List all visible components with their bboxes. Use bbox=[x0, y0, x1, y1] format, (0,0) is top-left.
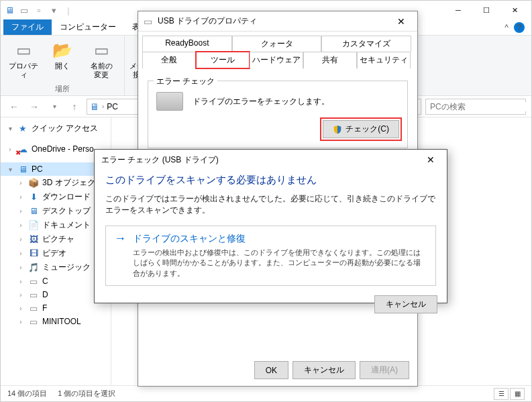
folder-icon: ▭ bbox=[28, 289, 39, 300]
tab-file[interactable]: ファイル bbox=[3, 19, 52, 35]
apply-button[interactable]: 適用(A) bbox=[360, 361, 409, 379]
close-button[interactable]: ✕ bbox=[421, 152, 440, 167]
help-icon[interactable]: ? bbox=[514, 22, 525, 33]
tree-quick-access[interactable]: ▾ ★ クイック アクセス bbox=[1, 121, 111, 136]
error-check-group-title: エラー チェック bbox=[154, 76, 217, 87]
icons-view-button[interactable]: ▦ bbox=[510, 388, 525, 400]
properties-content: エラー チェック ドライブのエラーをチェックします。 チェック(C) bbox=[138, 68, 417, 155]
tree-item-label: D bbox=[42, 290, 48, 299]
expand-icon[interactable]: › bbox=[17, 179, 25, 187]
tree-item-label: ダウンロード bbox=[42, 191, 91, 203]
tab-tools[interactable]: ツール bbox=[196, 52, 250, 68]
folder-icon: ▭ bbox=[28, 276, 39, 287]
search-input[interactable] bbox=[430, 102, 531, 111]
tab-computer[interactable]: コンピューター bbox=[52, 19, 124, 35]
tree-item-label: ドキュメント bbox=[42, 219, 91, 231]
folder-icon: 🖼 bbox=[28, 234, 39, 245]
tree-item-label: ビデオ bbox=[42, 248, 66, 259]
statusbar: 14 個の項目 1 個の項目を選択 ☰ ▦ bbox=[1, 385, 531, 401]
folder-icon: 🖥 bbox=[28, 206, 39, 217]
error-check-buttons: キャンセル bbox=[95, 290, 447, 320]
expand-icon[interactable]: › bbox=[17, 193, 25, 201]
shield-icon bbox=[333, 125, 342, 134]
address-location: PC bbox=[107, 102, 118, 111]
quick-access-toolbar: 🖥 ▭ ▫ ▾ | bbox=[3, 4, 74, 16]
rename-button[interactable]: ▭ 名前の 変更 bbox=[84, 38, 119, 81]
expand-icon[interactable]: › bbox=[17, 250, 25, 257]
pc-label: PC bbox=[32, 164, 43, 174]
expand-icon[interactable]: › bbox=[17, 221, 25, 229]
tab-customize[interactable]: カスタマイズ bbox=[321, 36, 411, 52]
onedrive-label: OneDrive - Perso bbox=[32, 144, 94, 154]
separator-icon: | bbox=[62, 4, 74, 16]
forward-button[interactable]: → bbox=[26, 99, 42, 115]
error-check-description: ドライブのエラーをチェックします。 bbox=[193, 96, 329, 107]
tab-general[interactable]: 全般 bbox=[142, 52, 196, 68]
tree-item-label: C bbox=[42, 277, 48, 286]
drive-icon: ▭ bbox=[18, 4, 30, 16]
ribbon-collapse-icon[interactable]: ^ bbox=[504, 23, 509, 32]
expand-icon[interactable]: › bbox=[17, 278, 25, 285]
tree-item-label: デスクトップ bbox=[42, 205, 91, 217]
qat-dropdown-icon[interactable]: ▾ bbox=[48, 4, 60, 16]
error-check-group: エラー チェック ドライブのエラーをチェックします。 チェック(C) bbox=[148, 81, 408, 148]
close-button[interactable]: ✕ bbox=[500, 1, 529, 19]
check-button[interactable]: チェック(C) bbox=[323, 120, 399, 138]
error-check-heading: このドライブをスキャンする必要はありません bbox=[105, 174, 436, 187]
expand-icon[interactable]: › bbox=[17, 291, 25, 299]
expand-icon[interactable]: › bbox=[17, 305, 25, 312]
status-item-count: 14 個の項目 bbox=[7, 389, 47, 399]
properties-title: USB ドライブのプロパティ bbox=[158, 15, 257, 27]
error-check-message: このドライブではエラーが検出されませんでした。必要に応じて、引き続きこのドライブ… bbox=[105, 193, 436, 216]
tab-security[interactable]: セキュリティ bbox=[357, 52, 411, 68]
drive-image bbox=[156, 92, 183, 111]
cancel-button[interactable]: キャンセル bbox=[374, 295, 437, 313]
error-check-titlebar: エラー チェック (USB ドライブ) ✕ bbox=[95, 150, 447, 170]
expand-icon[interactable]: › bbox=[17, 318, 25, 325]
check-button-label: チェック(C) bbox=[345, 123, 389, 135]
ribbon-group-places: ▭ プロパティ 📂 開く ▭ 名前の 変更 場所 bbox=[1, 36, 125, 95]
collapse-icon[interactable]: ▾ bbox=[6, 166, 14, 173]
expand-icon[interactable]: › bbox=[17, 236, 25, 243]
drive-icon: ▭ bbox=[144, 16, 152, 27]
properties-titlebar: ▭ USB ドライブのプロパティ ✕ bbox=[138, 11, 417, 32]
properties-icon: ▭ bbox=[13, 40, 34, 61]
error-check-body: このドライブをスキャンする必要はありません このドライブではエラーが検出されませ… bbox=[95, 170, 447, 290]
close-button[interactable]: ✕ bbox=[390, 13, 412, 30]
window-controls: ─ ☐ ✕ bbox=[444, 1, 529, 19]
expand-icon[interactable]: › bbox=[17, 264, 25, 271]
scan-and-repair-option[interactable]: → ドライブのスキャンと修復 エラーの検出中および修復中は、このドライブを使用で… bbox=[105, 225, 436, 286]
rename-icon: ▭ bbox=[91, 40, 112, 61]
search-box[interactable]: 🔍 bbox=[425, 99, 526, 115]
properties-label: プロパティ bbox=[7, 62, 40, 79]
star-icon: ★ bbox=[17, 123, 28, 134]
recent-dropdown-icon[interactable]: ▾ bbox=[46, 99, 62, 115]
chevron-right-icon: › bbox=[102, 103, 104, 110]
ok-button[interactable]: OK bbox=[254, 361, 288, 379]
pc-icon: 🖥 bbox=[90, 101, 99, 112]
back-button[interactable]: ← bbox=[6, 99, 22, 115]
tab-readyboost[interactable]: ReadyBoost bbox=[142, 36, 232, 52]
tree-item-label: MINITOOL bbox=[42, 317, 81, 326]
properties-button[interactable]: ▭ プロパティ bbox=[6, 38, 41, 81]
folder-icon: 🎵 bbox=[28, 262, 39, 273]
folder-icon: ⬇ bbox=[28, 192, 39, 203]
details-view-button[interactable]: ☰ bbox=[494, 388, 509, 400]
expand-icon[interactable]: › bbox=[17, 207, 25, 215]
pc-icon: 🖥 bbox=[3, 4, 15, 16]
expand-icon[interactable]: › bbox=[6, 146, 14, 153]
tab-hardware[interactable]: ハードウェア bbox=[250, 52, 303, 68]
up-button[interactable]: ↑ bbox=[66, 99, 83, 115]
open-button[interactable]: 📂 開く bbox=[45, 38, 80, 72]
tab-sharing[interactable]: 共有 bbox=[303, 52, 357, 68]
page-icon: ▫ bbox=[33, 4, 45, 16]
rename-label: 名前の 変更 bbox=[91, 62, 113, 79]
cancel-button[interactable]: キャンセル bbox=[292, 361, 356, 379]
properties-tabs: ReadyBoost クォータ カスタマイズ 全般 ツール ハードウェア 共有 … bbox=[138, 32, 417, 68]
collapse-icon[interactable]: ▾ bbox=[6, 125, 14, 132]
maximize-button[interactable]: ☐ bbox=[472, 1, 500, 19]
tree-item-label: F bbox=[42, 303, 47, 313]
tab-quota[interactable]: クォータ bbox=[232, 36, 322, 52]
onedrive-icon: ☁✖ bbox=[17, 144, 28, 154]
minimize-button[interactable]: ─ bbox=[444, 1, 472, 19]
